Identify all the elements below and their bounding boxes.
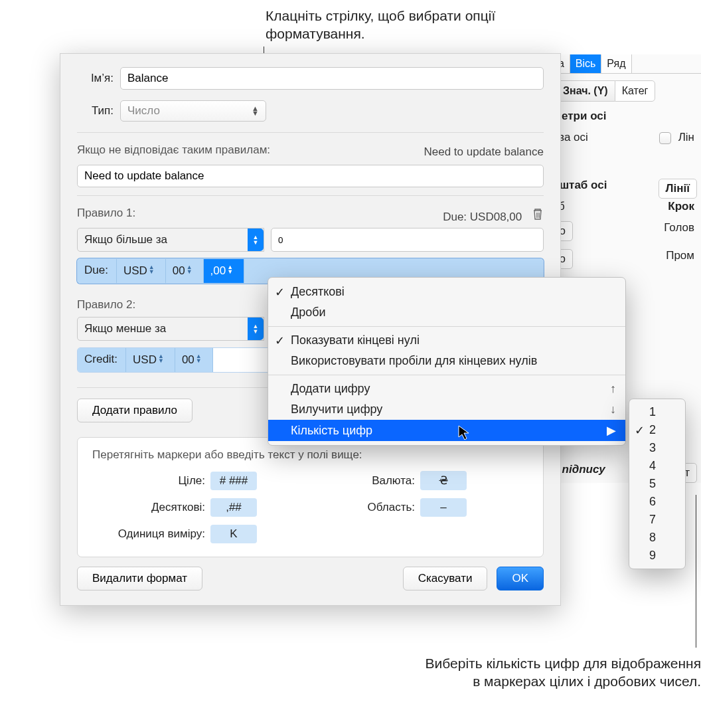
format-context-menu: Десяткові Дроби Показувати кінцеві нулі … — [268, 277, 626, 446]
chevron-updown-icon: ▲▼ — [248, 318, 264, 340]
digit-count-option-9[interactable]: 9 — [629, 547, 685, 565]
menu-item-fractions[interactable]: Дроби — [268, 302, 625, 323]
scope-token[interactable]: – — [420, 498, 467, 517]
integer-token[interactable]: 00 — [166, 259, 204, 283]
fallback-preview: Need to update balance — [424, 145, 544, 159]
dec-label: Десяткові: — [92, 501, 205, 514]
digit-count-option-7[interactable]: 7 — [629, 511, 685, 529]
rule1-format-prefix: Due: — [78, 259, 117, 283]
rule1-condition-value[interactable] — [271, 228, 544, 252]
digit-count-option-6[interactable]: 6 — [629, 493, 685, 511]
rule2-condition-popup[interactable]: Якщо менше за ▲▼ — [77, 317, 264, 341]
menu-item-trailing-zeros[interactable]: Показувати кінцеві нулі — [268, 330, 625, 351]
cursor-icon — [458, 425, 471, 441]
rule1-condition-popup[interactable]: Якщо більше за ▲▼ — [77, 228, 264, 252]
cancel-button[interactable]: Скасувати — [403, 567, 488, 591]
menu-item-remove-digit[interactable]: Вилучити цифру↓ — [268, 399, 625, 420]
int-token[interactable]: # ### — [210, 472, 257, 490]
delete-format-button[interactable]: Видалити формат — [77, 567, 202, 591]
digit-count-option-2[interactable]: 2 — [629, 421, 685, 439]
unit-token[interactable]: K — [210, 525, 257, 543]
fallback-input[interactable] — [77, 165, 544, 187]
rule2-format-prefix: Credit: — [78, 348, 126, 372]
drag-hint: Перетягніть маркери або введіть текст у … — [92, 448, 528, 462]
tab-series[interactable]: Ряд — [601, 54, 631, 73]
scope-label: Область: — [295, 501, 415, 514]
menu-item-digit-count[interactable]: Кількість цифр▶ — [268, 420, 625, 441]
currency-token-drag[interactable]: ₴ — [420, 471, 467, 490]
dec-token[interactable]: ,## — [210, 498, 257, 517]
arrow-up-icon: ↑ — [610, 382, 616, 396]
rule1-label: Правило 1: — [77, 207, 135, 220]
stepper-icon — [252, 106, 259, 116]
digit-count-option-3[interactable]: 3 — [629, 439, 685, 457]
name-input[interactable] — [120, 67, 544, 90]
chevron-updown-icon: ▲▼ — [248, 228, 264, 251]
menu-separator — [268, 375, 625, 375]
menu-item-decimal[interactable]: Десяткові — [268, 282, 625, 302]
arrow-down-icon: ↓ — [610, 403, 616, 416]
segment-category[interactable]: Катег — [615, 80, 656, 102]
digit-count-submenu: 123456789 — [629, 399, 686, 569]
digit-count-option-1[interactable]: 1 — [629, 403, 685, 421]
drag-tokens-area: Перетягніть маркери або введіть текст у … — [77, 437, 544, 557]
trash-icon[interactable] — [532, 207, 544, 221]
decimal-token[interactable]: ,00 — [204, 259, 245, 283]
scale-select[interactable]: Лінії — [659, 179, 697, 199]
tab-axis[interactable]: Вісь — [570, 54, 602, 73]
rule1-preview: Due: USD08,00 — [443, 211, 522, 223]
callout-bottom: Виберіть кількість цифр для відображення… — [422, 654, 701, 691]
menu-separator — [268, 326, 625, 327]
segment-value-y[interactable]: Знач. (Y) — [556, 80, 615, 102]
unit-label: Одиниця виміру: — [92, 527, 205, 541]
line-checkbox[interactable] — [659, 132, 671, 144]
menu-item-add-digit[interactable]: Додати цифру↑ — [268, 379, 625, 399]
menu-item-spaces-trailing[interactable]: Використовувати пробіли для кінцевих нул… — [268, 351, 625, 371]
currency-label: Валюта: — [295, 474, 415, 488]
type-popup[interactable]: Число — [120, 100, 266, 122]
digit-count-option-5[interactable]: 5 — [629, 475, 685, 493]
add-rule-button[interactable]: Додати правило — [77, 399, 193, 422]
type-label: Тип: — [77, 104, 114, 118]
chevron-right-icon: ▶ — [607, 423, 616, 438]
callout-line — [696, 495, 696, 648]
currency-token[interactable]: USD — [126, 348, 175, 372]
digit-count-option-4[interactable]: 4 — [629, 457, 685, 475]
digit-count-option-8[interactable]: 8 — [629, 529, 685, 547]
int-label: Ціле: — [92, 474, 205, 488]
currency-token[interactable]: USD — [117, 259, 166, 283]
fallback-label: Якщо не відповідає таким правилам: — [77, 143, 270, 157]
integer-token[interactable]: 00 — [175, 348, 213, 372]
ok-button[interactable]: OK — [497, 567, 544, 591]
callout-top: Клацніть стрілку, щоб вибрати опції форм… — [266, 7, 531, 43]
name-label: Ім’я: — [77, 72, 114, 85]
